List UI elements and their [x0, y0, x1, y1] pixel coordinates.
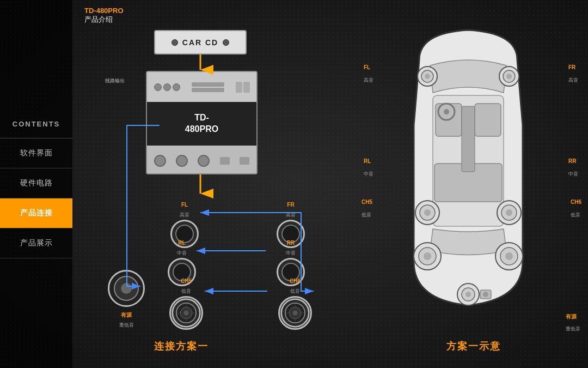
car-ch6-sublabel: 低音	[571, 212, 580, 218]
ch6-speaker	[278, 296, 312, 330]
header: TD-480PRO 产品介绍	[84, 7, 124, 25]
car-sub-label-group: 有源 重低音	[566, 313, 580, 333]
svg-point-46	[424, 252, 431, 260]
sub-sublabel: 重低音	[119, 322, 134, 328]
amp-knob-3	[198, 155, 210, 167]
amp-label: TD-480PRO	[185, 112, 218, 135]
svg-point-52	[465, 292, 471, 297]
svg-point-31	[444, 109, 449, 114]
svg-point-49	[505, 252, 513, 260]
rr-label: RR	[287, 240, 295, 246]
svg-point-54	[483, 292, 488, 297]
car-fr-label-group: FR 高音	[568, 64, 578, 84]
ch5-sublabel: 低音	[181, 288, 191, 294]
car-svg	[387, 16, 550, 333]
ch5-speaker-svg	[171, 296, 201, 330]
sub-speaker-mid	[114, 276, 139, 301]
car-ch5-label: CH5	[362, 199, 372, 205]
header-model: TD-480PRO	[84, 7, 124, 15]
rl-sublabel: 中音	[177, 250, 187, 256]
sidebar-item-contents[interactable]: CONTENTS	[0, 110, 72, 138]
car-rr-label-group: RR 中音	[568, 158, 578, 178]
ch6-speaker-svg	[280, 296, 310, 330]
car-ch6-label: CH6	[571, 199, 581, 205]
rr-sublabel: 中音	[286, 250, 296, 256]
subwoofer: 有源 重低音	[108, 270, 145, 329]
car-cd-circle-left	[171, 39, 178, 46]
car-sub-label: 有源	[566, 313, 577, 321]
sub-label: 有源	[121, 312, 132, 318]
fr-label: FR	[287, 202, 294, 208]
car-rl-label-group: RL 中音	[364, 158, 373, 178]
ch6-sublabel: 低音	[290, 288, 300, 294]
section2-title: 方案一示意	[446, 340, 501, 353]
car-cd-label: CAR CD	[182, 38, 218, 47]
amp-knob-2	[176, 155, 188, 167]
fl-label: FL	[181, 202, 188, 208]
sub-speaker-inner	[121, 283, 132, 294]
svg-point-3	[183, 310, 188, 315]
car-fr-label: FR	[568, 64, 575, 70]
car-sub-sublabel: 重低音	[566, 326, 580, 331]
svg-point-37	[506, 74, 512, 79]
car-rl-sublabel: 中音	[364, 171, 373, 177]
svg-point-34	[425, 74, 430, 79]
svg-point-11	[292, 310, 297, 315]
rl-label: RL	[178, 240, 185, 246]
amp-knob-1	[154, 155, 166, 167]
sub-speaker-outer	[108, 270, 145, 307]
svg-point-40	[424, 209, 431, 216]
ch5-label: CH5	[181, 278, 192, 284]
ch6-speaker-group: CH6 低音	[278, 275, 312, 330]
car-ch5-label-group: CH5 低音	[362, 199, 371, 219]
car-fl-sublabel: 高音	[364, 77, 373, 83]
car-rr-sublabel: 中音	[568, 171, 578, 177]
amp-bottom	[147, 146, 256, 174]
amp-unit: TD-480PRO	[146, 71, 258, 174]
svg-point-43	[506, 209, 512, 216]
sidebar: CONTENTS 软件界面 硬件电路 产品连接 产品展示	[0, 0, 72, 368]
car-cd-unit: CAR CD	[154, 30, 247, 55]
sidebar-item-software[interactable]: 软件界面	[0, 138, 72, 168]
sidebar-item-hardware[interactable]: 硬件电路	[0, 168, 72, 198]
header-title: 产品介绍	[84, 15, 124, 25]
car-cd-circle-right	[223, 39, 229, 46]
sidebar-item-showcase[interactable]: 产品展示	[0, 228, 72, 258]
car-ch5-sublabel: 低音	[362, 212, 371, 218]
amp-display: TD-480PRO	[147, 102, 256, 146]
car-rl-label: RL	[364, 158, 371, 164]
ch6-label: CH6	[290, 278, 301, 284]
car-fr-sublabel: 高音	[568, 77, 578, 83]
ch5-speaker	[169, 296, 203, 330]
amp-circle-1	[154, 83, 162, 91]
amp-btn-2	[240, 157, 249, 165]
svg-rect-27	[475, 104, 501, 136]
section1-title: 连接方案一	[127, 340, 236, 353]
fl-sublabel: 高音	[180, 212, 189, 218]
car-rr-label: RR	[568, 158, 576, 164]
sidebar-item-connection[interactable]: 产品连接	[0, 198, 72, 228]
car-ch6-label-group: CH6 低音	[571, 199, 580, 219]
svg-rect-29	[462, 106, 475, 172]
main-content: CAR CD 线路输出	[72, 0, 588, 368]
amp-circle-3	[173, 83, 180, 91]
diagram-area: CAR CD 线路输出	[72, 0, 350, 368]
fr-sublabel: 高音	[286, 212, 296, 218]
car-fl-label: FL	[364, 64, 370, 70]
xianlu-label: 线路输出	[105, 77, 125, 85]
amp-btn-1	[220, 157, 230, 165]
car-diagram-area: FL 高音 FR 高音 RL 中音 RR 中音 CH5 低音 CH6 低音	[354, 0, 588, 368]
amp-top	[147, 72, 256, 102]
amp-circle-2	[163, 83, 171, 91]
ch5-speaker-group: CH5 低音	[169, 275, 203, 330]
car-fl-label-group: FL 高音	[364, 64, 373, 84]
